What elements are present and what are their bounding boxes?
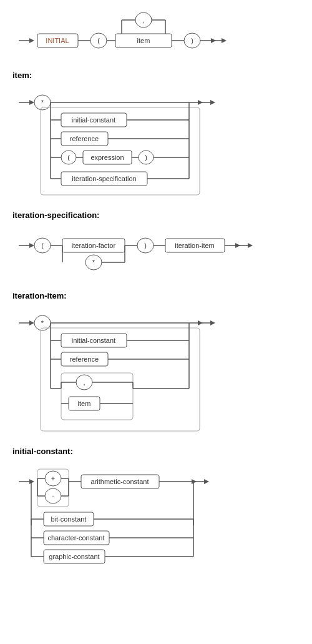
svg-marker-19 bbox=[29, 100, 34, 105]
initial-constant-item: initial-constant bbox=[72, 116, 115, 124]
open-paren-is: ( bbox=[41, 242, 44, 249]
svg-marker-24 bbox=[210, 100, 215, 105]
minus-sign: - bbox=[52, 492, 54, 500]
svg-iter-spec: ( iteration-factor * ) iterat bbox=[12, 224, 300, 280]
expression-item: expression bbox=[90, 154, 124, 161]
svg-marker-17 bbox=[222, 38, 227, 43]
asterisk-ii: * bbox=[41, 319, 44, 327]
svg-marker-100 bbox=[29, 479, 34, 484]
init-const-ii: initial-constant bbox=[72, 337, 115, 344]
comma-oval: , bbox=[142, 16, 144, 24]
svg-marker-1 bbox=[29, 38, 34, 43]
item-ii: item bbox=[78, 400, 91, 407]
item-section-title: item: bbox=[12, 71, 300, 80]
close-paren-is: ) bbox=[144, 242, 147, 249]
bit-const-box: bit-constant bbox=[51, 515, 87, 523]
asterisk-item: * bbox=[41, 99, 44, 106]
char-const-box: character-constant bbox=[47, 534, 104, 542]
svg-marker-68 bbox=[29, 320, 34, 325]
svg-marker-51 bbox=[29, 243, 34, 248]
close-paren-1: ) bbox=[191, 37, 193, 44]
graphic-const-box: graphic-constant bbox=[49, 553, 99, 560]
reference-ii: reference bbox=[70, 355, 99, 363]
plus-sign: + bbox=[51, 475, 55, 482]
svg-marker-115 bbox=[204, 479, 209, 484]
comma-ii: , bbox=[83, 379, 85, 386]
iter-item-title: iteration-item: bbox=[12, 291, 300, 300]
section-iter-spec: iteration-specification: ( iteration-fac… bbox=[12, 211, 300, 280]
initial-label: INITIAL bbox=[46, 37, 69, 44]
iter-spec-item: iteration-specification bbox=[72, 175, 136, 182]
section-iter-item: iteration-item: * initial-constant bbox=[12, 291, 300, 435]
iter-item-is: iteration-item bbox=[175, 242, 215, 249]
svg-initial: INITIAL ( , item bbox=[12, 6, 300, 59]
open-paren-expr: ( bbox=[67, 154, 70, 161]
asterisk-is: * bbox=[92, 259, 95, 266]
reference-item: reference bbox=[70, 135, 99, 142]
iter-spec-title: iteration-specification: bbox=[12, 211, 300, 220]
section-item: item: * initial-constant bbox=[12, 71, 300, 199]
arith-const-box: arithmetic-constant bbox=[91, 478, 149, 485]
svg-marker-73 bbox=[210, 320, 215, 325]
init-const-title: initial-constant: bbox=[12, 447, 300, 456]
diagram-container: INITIAL ( , item bbox=[0, 0, 312, 605]
svg-item: * initial-constant r bbox=[12, 84, 300, 199]
svg-init-const: + - arithmetic-constant bbox=[12, 460, 300, 588]
section-init-const: initial-constant: + - bbox=[12, 447, 300, 588]
item-box-initial: item bbox=[137, 37, 150, 44]
svg-marker-66 bbox=[248, 243, 253, 248]
iter-factor-box: iteration-factor bbox=[72, 242, 116, 249]
open-paren-1: ( bbox=[97, 37, 100, 44]
close-paren-expr: ) bbox=[145, 154, 147, 161]
svg-iter-item: * initial-constant reference bbox=[12, 304, 300, 435]
section-initial: INITIAL ( , item bbox=[12, 6, 300, 59]
